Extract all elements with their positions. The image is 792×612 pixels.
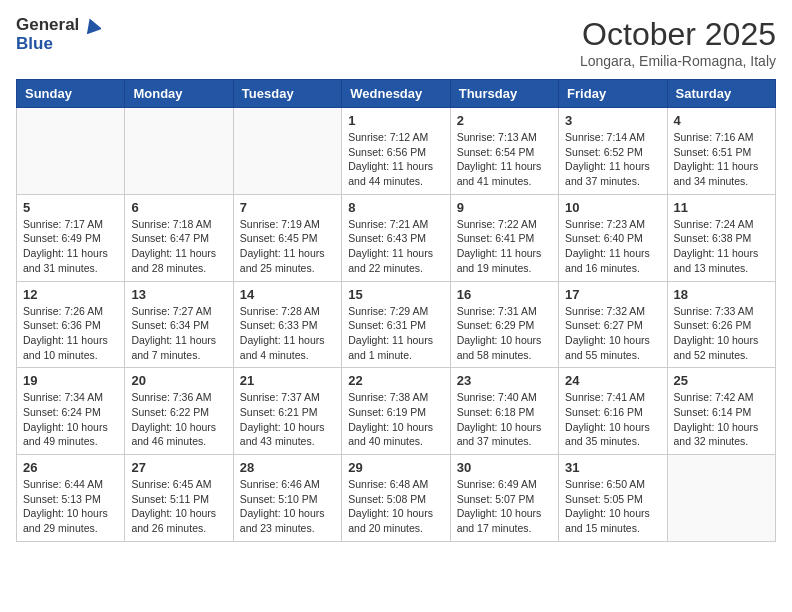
day-number: 25 [674, 373, 769, 388]
weekday-header-tuesday: Tuesday [233, 80, 341, 108]
weekday-header-wednesday: Wednesday [342, 80, 450, 108]
calendar-cell: 6Sunrise: 7:18 AM Sunset: 6:47 PM Daylig… [125, 194, 233, 281]
day-number: 8 [348, 200, 443, 215]
calendar-cell: 20Sunrise: 7:36 AM Sunset: 6:22 PM Dayli… [125, 368, 233, 455]
weekday-header-thursday: Thursday [450, 80, 558, 108]
calendar-cell: 18Sunrise: 7:33 AM Sunset: 6:26 PM Dayli… [667, 281, 775, 368]
day-number: 2 [457, 113, 552, 128]
calendar-cell: 24Sunrise: 7:41 AM Sunset: 6:16 PM Dayli… [559, 368, 667, 455]
day-number: 19 [23, 373, 118, 388]
day-info: Sunrise: 7:37 AM Sunset: 6:21 PM Dayligh… [240, 390, 335, 449]
day-number: 27 [131, 460, 226, 475]
day-number: 14 [240, 287, 335, 302]
day-number: 18 [674, 287, 769, 302]
day-info: Sunrise: 7:22 AM Sunset: 6:41 PM Dayligh… [457, 217, 552, 276]
day-info: Sunrise: 7:21 AM Sunset: 6:43 PM Dayligh… [348, 217, 443, 276]
day-info: Sunrise: 7:16 AM Sunset: 6:51 PM Dayligh… [674, 130, 769, 189]
day-info: Sunrise: 7:41 AM Sunset: 6:16 PM Dayligh… [565, 390, 660, 449]
day-number: 9 [457, 200, 552, 215]
month-title: October 2025 [580, 16, 776, 53]
day-number: 6 [131, 200, 226, 215]
day-number: 1 [348, 113, 443, 128]
day-number: 21 [240, 373, 335, 388]
calendar-cell: 30Sunrise: 6:49 AM Sunset: 5:07 PM Dayli… [450, 455, 558, 542]
svg-marker-0 [83, 16, 101, 34]
calendar-cell: 21Sunrise: 7:37 AM Sunset: 6:21 PM Dayli… [233, 368, 341, 455]
day-info: Sunrise: 7:24 AM Sunset: 6:38 PM Dayligh… [674, 217, 769, 276]
day-info: Sunrise: 7:14 AM Sunset: 6:52 PM Dayligh… [565, 130, 660, 189]
calendar-week-row: 1Sunrise: 7:12 AM Sunset: 6:56 PM Daylig… [17, 108, 776, 195]
day-info: Sunrise: 7:19 AM Sunset: 6:45 PM Dayligh… [240, 217, 335, 276]
day-info: Sunrise: 7:36 AM Sunset: 6:22 PM Dayligh… [131, 390, 226, 449]
calendar-cell [667, 455, 775, 542]
day-number: 13 [131, 287, 226, 302]
day-info: Sunrise: 7:13 AM Sunset: 6:54 PM Dayligh… [457, 130, 552, 189]
logo: General Blue [16, 16, 101, 53]
day-info: Sunrise: 7:27 AM Sunset: 6:34 PM Dayligh… [131, 304, 226, 363]
day-info: Sunrise: 6:50 AM Sunset: 5:05 PM Dayligh… [565, 477, 660, 536]
day-info: Sunrise: 7:32 AM Sunset: 6:27 PM Dayligh… [565, 304, 660, 363]
day-info: Sunrise: 7:38 AM Sunset: 6:19 PM Dayligh… [348, 390, 443, 449]
weekday-header-row: SundayMondayTuesdayWednesdayThursdayFrid… [17, 80, 776, 108]
day-info: Sunrise: 6:48 AM Sunset: 5:08 PM Dayligh… [348, 477, 443, 536]
location: Longara, Emilia-Romagna, Italy [580, 53, 776, 69]
day-info: Sunrise: 7:18 AM Sunset: 6:47 PM Dayligh… [131, 217, 226, 276]
calendar-cell: 11Sunrise: 7:24 AM Sunset: 6:38 PM Dayli… [667, 194, 775, 281]
page-header: General Blue October 2025 Longara, Emili… [16, 16, 776, 69]
calendar-table: SundayMondayTuesdayWednesdayThursdayFrid… [16, 79, 776, 542]
calendar-cell: 22Sunrise: 7:38 AM Sunset: 6:19 PM Dayli… [342, 368, 450, 455]
calendar-cell: 13Sunrise: 7:27 AM Sunset: 6:34 PM Dayli… [125, 281, 233, 368]
day-info: Sunrise: 6:45 AM Sunset: 5:11 PM Dayligh… [131, 477, 226, 536]
weekday-header-saturday: Saturday [667, 80, 775, 108]
day-number: 22 [348, 373, 443, 388]
logo-blue: Blue [16, 35, 101, 54]
calendar-cell: 14Sunrise: 7:28 AM Sunset: 6:33 PM Dayli… [233, 281, 341, 368]
day-info: Sunrise: 7:33 AM Sunset: 6:26 PM Dayligh… [674, 304, 769, 363]
day-info: Sunrise: 7:17 AM Sunset: 6:49 PM Dayligh… [23, 217, 118, 276]
day-number: 17 [565, 287, 660, 302]
day-info: Sunrise: 7:42 AM Sunset: 6:14 PM Dayligh… [674, 390, 769, 449]
calendar-cell: 25Sunrise: 7:42 AM Sunset: 6:14 PM Dayli… [667, 368, 775, 455]
calendar-cell: 7Sunrise: 7:19 AM Sunset: 6:45 PM Daylig… [233, 194, 341, 281]
calendar-cell: 27Sunrise: 6:45 AM Sunset: 5:11 PM Dayli… [125, 455, 233, 542]
calendar-cell: 29Sunrise: 6:48 AM Sunset: 5:08 PM Dayli… [342, 455, 450, 542]
calendar-week-row: 12Sunrise: 7:26 AM Sunset: 6:36 PM Dayli… [17, 281, 776, 368]
day-number: 30 [457, 460, 552, 475]
day-number: 5 [23, 200, 118, 215]
title-block: October 2025 Longara, Emilia-Romagna, It… [580, 16, 776, 69]
calendar-cell: 5Sunrise: 7:17 AM Sunset: 6:49 PM Daylig… [17, 194, 125, 281]
day-number: 28 [240, 460, 335, 475]
day-info: Sunrise: 7:31 AM Sunset: 6:29 PM Dayligh… [457, 304, 552, 363]
logo-icon [83, 16, 101, 34]
calendar-cell: 26Sunrise: 6:44 AM Sunset: 5:13 PM Dayli… [17, 455, 125, 542]
day-number: 26 [23, 460, 118, 475]
day-number: 24 [565, 373, 660, 388]
calendar-cell [233, 108, 341, 195]
calendar-cell: 15Sunrise: 7:29 AM Sunset: 6:31 PM Dayli… [342, 281, 450, 368]
calendar-cell: 10Sunrise: 7:23 AM Sunset: 6:40 PM Dayli… [559, 194, 667, 281]
calendar-cell: 1Sunrise: 7:12 AM Sunset: 6:56 PM Daylig… [342, 108, 450, 195]
day-info: Sunrise: 7:26 AM Sunset: 6:36 PM Dayligh… [23, 304, 118, 363]
day-info: Sunrise: 7:12 AM Sunset: 6:56 PM Dayligh… [348, 130, 443, 189]
day-number: 12 [23, 287, 118, 302]
day-info: Sunrise: 7:34 AM Sunset: 6:24 PM Dayligh… [23, 390, 118, 449]
calendar-cell: 28Sunrise: 6:46 AM Sunset: 5:10 PM Dayli… [233, 455, 341, 542]
day-info: Sunrise: 7:28 AM Sunset: 6:33 PM Dayligh… [240, 304, 335, 363]
day-number: 10 [565, 200, 660, 215]
weekday-header-friday: Friday [559, 80, 667, 108]
day-info: Sunrise: 6:44 AM Sunset: 5:13 PM Dayligh… [23, 477, 118, 536]
day-number: 31 [565, 460, 660, 475]
calendar-cell: 8Sunrise: 7:21 AM Sunset: 6:43 PM Daylig… [342, 194, 450, 281]
day-number: 7 [240, 200, 335, 215]
day-number: 20 [131, 373, 226, 388]
day-number: 11 [674, 200, 769, 215]
calendar-cell [125, 108, 233, 195]
calendar-cell: 12Sunrise: 7:26 AM Sunset: 6:36 PM Dayli… [17, 281, 125, 368]
calendar-week-row: 19Sunrise: 7:34 AM Sunset: 6:24 PM Dayli… [17, 368, 776, 455]
calendar-cell [17, 108, 125, 195]
day-info: Sunrise: 7:23 AM Sunset: 6:40 PM Dayligh… [565, 217, 660, 276]
calendar-week-row: 5Sunrise: 7:17 AM Sunset: 6:49 PM Daylig… [17, 194, 776, 281]
calendar-week-row: 26Sunrise: 6:44 AM Sunset: 5:13 PM Dayli… [17, 455, 776, 542]
day-info: Sunrise: 7:29 AM Sunset: 6:31 PM Dayligh… [348, 304, 443, 363]
day-info: Sunrise: 6:46 AM Sunset: 5:10 PM Dayligh… [240, 477, 335, 536]
